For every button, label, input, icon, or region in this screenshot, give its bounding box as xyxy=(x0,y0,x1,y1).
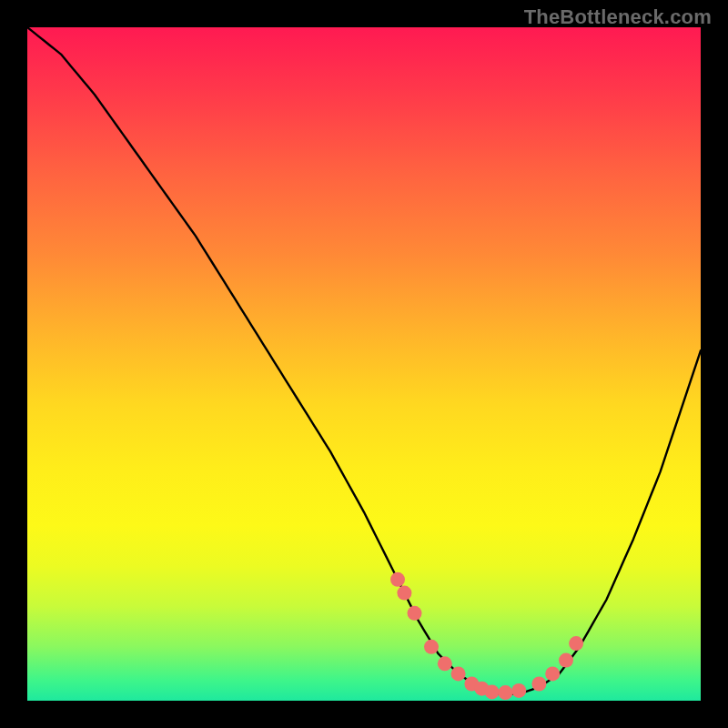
highlight-point xyxy=(408,606,422,621)
plot-area xyxy=(27,27,701,701)
highlight-point xyxy=(485,684,500,699)
highlight-point xyxy=(451,666,466,681)
bottleneck-curve xyxy=(27,27,701,694)
highlight-point xyxy=(531,677,546,692)
highlight-point xyxy=(511,683,526,698)
watermark-label: TheBottleneck.com xyxy=(524,5,712,29)
highlight-point xyxy=(390,572,405,587)
highlight-point xyxy=(397,586,411,601)
chart-container: TheBottleneck.com xyxy=(0,0,728,728)
highlight-point xyxy=(545,666,560,681)
highlight-point xyxy=(559,653,573,668)
highlight-point xyxy=(424,640,439,654)
highlight-point xyxy=(569,636,583,651)
highlight-point xyxy=(438,656,452,671)
chart-svg xyxy=(27,27,701,701)
curve-group xyxy=(27,27,701,694)
highlight-points xyxy=(390,572,583,700)
highlight-point xyxy=(498,685,512,700)
